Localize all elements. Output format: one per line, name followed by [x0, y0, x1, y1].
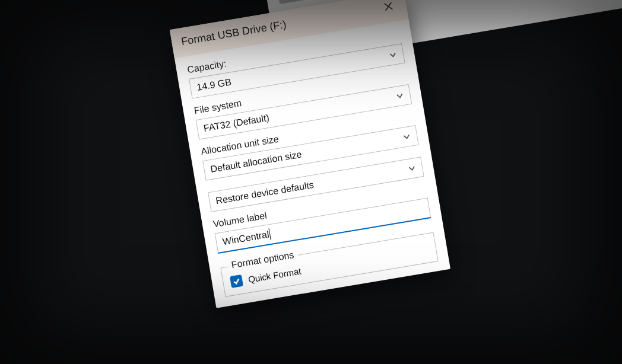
svg-line-1 — [385, 2, 393, 11]
capacity-value: 14.9 GB — [196, 76, 232, 92]
close-button[interactable] — [378, 0, 399, 17]
filesystem-value: FAT32 (Default) — [203, 113, 270, 134]
chevron-down-icon — [395, 91, 405, 101]
close-icon — [383, 1, 393, 12]
chevron-down-icon — [388, 50, 398, 60]
quick-format-checkbox[interactable] — [230, 274, 243, 288]
volume-label-value: WinCentral — [222, 229, 270, 247]
format-dialog: Format USB Drive (F:) Capacity: 14.9 GB … — [170, 0, 450, 308]
checkmark-icon — [231, 276, 241, 286]
quick-format-label: Quick Format — [247, 266, 302, 285]
chevron-down-icon — [407, 164, 417, 173]
chevron-down-icon — [402, 132, 411, 142]
restore-defaults-label: Restore device defaults — [215, 180, 315, 206]
